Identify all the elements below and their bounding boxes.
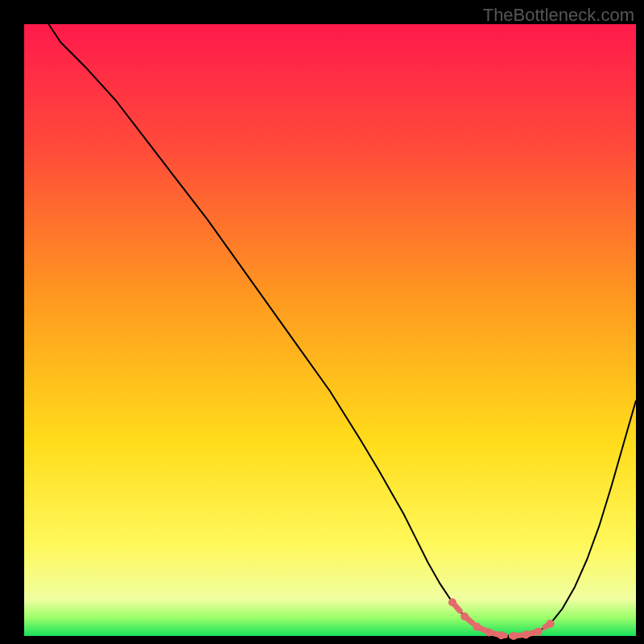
watermark-text: TheBottleneck.com: [483, 5, 634, 26]
chart-container: TheBottleneck.com: [0, 0, 644, 644]
bottleneck-curve-chart: [0, 0, 644, 644]
